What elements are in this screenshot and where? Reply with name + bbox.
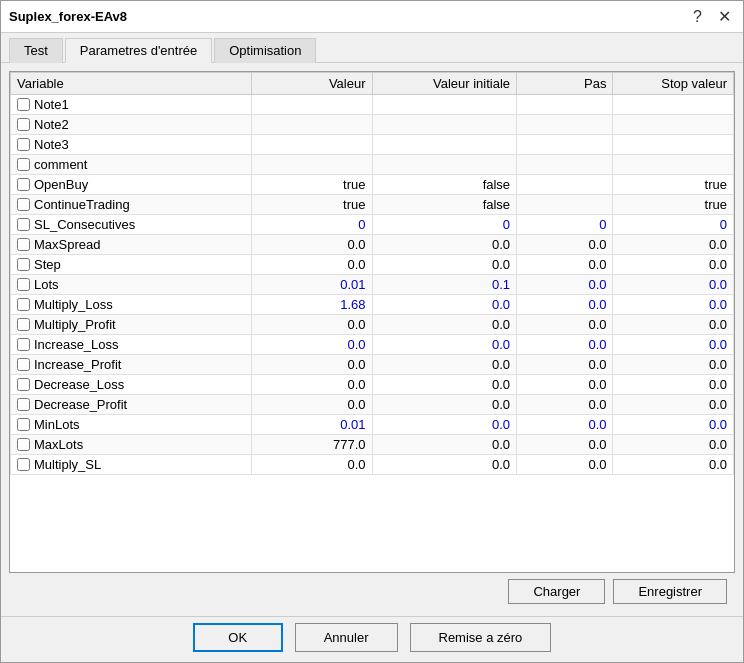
row-checkbox[interactable]: [17, 438, 30, 451]
table-row[interactable]: MaxLots777.00.00.00.0: [11, 435, 734, 455]
close-button[interactable]: ✕: [714, 9, 735, 25]
row-checkbox[interactable]: [17, 178, 30, 191]
table-row[interactable]: MinLots0.010.00.00.0: [11, 415, 734, 435]
row-stop-valeur: 0.0: [613, 435, 734, 455]
tab-optim[interactable]: Optimisation: [214, 38, 316, 63]
help-button[interactable]: ?: [689, 9, 706, 25]
row-checkbox[interactable]: [17, 278, 30, 291]
table-row[interactable]: comment: [11, 155, 734, 175]
row-valeur-initiale: 0: [372, 215, 517, 235]
ok-button[interactable]: OK: [193, 623, 283, 652]
params-table-container[interactable]: Variable Valeur Valeur initiale Pas Stop…: [9, 71, 735, 573]
row-valeur: [252, 95, 373, 115]
window-title: Suplex_forex-EAv8: [9, 9, 127, 24]
table-row[interactable]: Note3: [11, 135, 734, 155]
annuler-button[interactable]: Annuler: [295, 623, 398, 652]
table-row[interactable]: Multiply_Loss1.680.00.00.0: [11, 295, 734, 315]
tab-bar: Test Parametres d'entrée Optimisation: [1, 33, 743, 63]
row-valeur-initiale: 0.0: [372, 255, 517, 275]
table-row[interactable]: Decrease_Profit0.00.00.00.0: [11, 395, 734, 415]
row-checkbox[interactable]: [17, 398, 30, 411]
row-valeur-initiale: false: [372, 175, 517, 195]
row-valeur: 0: [252, 215, 373, 235]
row-checkbox[interactable]: [17, 358, 30, 371]
row-checkbox[interactable]: [17, 118, 30, 131]
tab-test[interactable]: Test: [9, 38, 63, 63]
row-checkbox[interactable]: [17, 238, 30, 251]
table-row[interactable]: Decrease_Loss0.00.00.00.0: [11, 375, 734, 395]
table-row[interactable]: Note2: [11, 115, 734, 135]
table-row[interactable]: Increase_Profit0.00.00.00.0: [11, 355, 734, 375]
row-checkbox[interactable]: [17, 98, 30, 111]
table-row[interactable]: Increase_Loss0.00.00.00.0: [11, 335, 734, 355]
col-stop-valeur: Stop valeur: [613, 73, 734, 95]
row-valeur-initiale: 0.0: [372, 235, 517, 255]
row-stop-valeur: 0.0: [613, 455, 734, 475]
row-valeur: 0.0: [252, 355, 373, 375]
table-row[interactable]: OpenBuytruefalsetrue: [11, 175, 734, 195]
footer-buttons: OK Annuler Remise a zéro: [1, 616, 743, 662]
row-checkbox[interactable]: [17, 338, 30, 351]
row-checkbox[interactable]: [17, 458, 30, 471]
row-valeur: 0.0: [252, 455, 373, 475]
table-row[interactable]: ContinueTradingtruefalsetrue: [11, 195, 734, 215]
row-name-cell: MaxLots: [11, 435, 252, 455]
row-stop-valeur: 0.0: [613, 235, 734, 255]
row-name-cell: OpenBuy: [11, 175, 252, 195]
row-pas: 0.0: [517, 395, 613, 415]
row-checkbox[interactable]: [17, 378, 30, 391]
params-table: Variable Valeur Valeur initiale Pas Stop…: [10, 72, 734, 475]
table-row[interactable]: Note1: [11, 95, 734, 115]
row-valeur: 0.0: [252, 375, 373, 395]
table-row[interactable]: SL_Consecutives0000: [11, 215, 734, 235]
table-row[interactable]: Step0.00.00.00.0: [11, 255, 734, 275]
row-name-cell: Multiply_SL: [11, 455, 252, 475]
main-window: Suplex_forex-EAv8 ? ✕ Test Parametres d'…: [0, 0, 744, 663]
row-stop-valeur: 0.0: [613, 315, 734, 335]
row-name-cell: Decrease_Loss: [11, 375, 252, 395]
row-valeur-initiale: [372, 115, 517, 135]
charger-button[interactable]: Charger: [508, 579, 605, 604]
row-checkbox[interactable]: [17, 418, 30, 431]
title-controls: ? ✕: [689, 9, 735, 25]
title-bar: Suplex_forex-EAv8 ? ✕: [1, 1, 743, 33]
remise-button[interactable]: Remise a zéro: [410, 623, 552, 652]
row-variable-name: OpenBuy: [34, 177, 88, 192]
row-checkbox[interactable]: [17, 318, 30, 331]
col-valeur-initiale: Valeur initiale: [372, 73, 517, 95]
row-checkbox[interactable]: [17, 258, 30, 271]
row-name-cell: Step: [11, 255, 252, 275]
row-variable-name: Note2: [34, 117, 69, 132]
row-checkbox[interactable]: [17, 298, 30, 311]
row-variable-name: Lots: [34, 277, 59, 292]
row-valeur-initiale: 0.0: [372, 415, 517, 435]
table-row[interactable]: MaxSpread0.00.00.00.0: [11, 235, 734, 255]
row-checkbox[interactable]: [17, 158, 30, 171]
row-stop-valeur: true: [613, 195, 734, 215]
row-stop-valeur: [613, 135, 734, 155]
row-variable-name: Increase_Profit: [34, 357, 121, 372]
tab-params[interactable]: Parametres d'entrée: [65, 38, 212, 63]
table-row[interactable]: Multiply_SL0.00.00.00.0: [11, 455, 734, 475]
col-valeur: Valeur: [252, 73, 373, 95]
row-stop-valeur: 0.0: [613, 355, 734, 375]
row-variable-name: Step: [34, 257, 61, 272]
row-variable-name: Note1: [34, 97, 69, 112]
row-name-cell: SL_Consecutives: [11, 215, 252, 235]
row-valeur: [252, 135, 373, 155]
enregistrer-button[interactable]: Enregistrer: [613, 579, 727, 604]
row-name-cell: Increase_Profit: [11, 355, 252, 375]
row-pas: [517, 115, 613, 135]
row-variable-name: MaxSpread: [34, 237, 100, 252]
table-row[interactable]: Multiply_Profit0.00.00.00.0: [11, 315, 734, 335]
row-valeur-initiale: 0.0: [372, 435, 517, 455]
row-checkbox[interactable]: [17, 198, 30, 211]
row-variable-name: Multiply_Loss: [34, 297, 113, 312]
row-stop-valeur: 0.0: [613, 375, 734, 395]
row-variable-name: MaxLots: [34, 437, 83, 452]
row-variable-name: ContinueTrading: [34, 197, 130, 212]
table-row[interactable]: Lots0.010.10.00.0: [11, 275, 734, 295]
row-valeur: [252, 155, 373, 175]
row-checkbox[interactable]: [17, 138, 30, 151]
row-checkbox[interactable]: [17, 218, 30, 231]
